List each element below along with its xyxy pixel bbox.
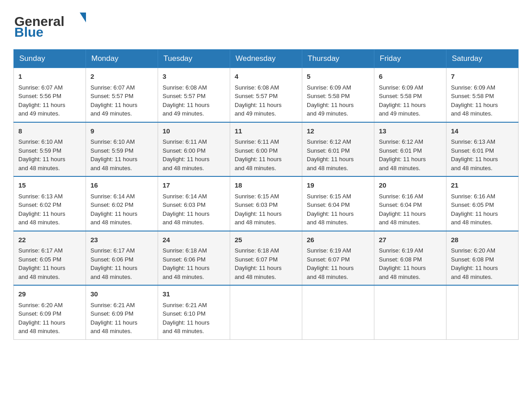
day-number: 22: [18, 235, 81, 245]
day-number: 27: [379, 235, 442, 245]
day-number: 20: [379, 180, 442, 191]
sunrise-info: Sunrise: 6:13 AMSunset: 6:02 PMDaylight:…: [18, 193, 65, 226]
header-tuesday: Tuesday: [158, 50, 230, 68]
day-number: 9: [90, 126, 153, 137]
day-number: 24: [163, 235, 225, 245]
calendar-table: Sunday Monday Tuesday Wednesday Thursday…: [13, 49, 519, 340]
header-thursday: Thursday: [302, 50, 374, 68]
calendar-week-3: 15 Sunrise: 6:13 AMSunset: 6:02 PMDaylig…: [14, 176, 519, 231]
sunrise-info: Sunrise: 6:19 AMSunset: 6:08 PMDaylight:…: [379, 247, 426, 280]
day-number: 25: [235, 235, 297, 245]
day-number: 18: [235, 180, 297, 191]
sunrise-info: Sunrise: 6:08 AMSunset: 5:57 PMDaylight:…: [163, 84, 210, 117]
day-number: 2: [90, 72, 153, 82]
calendar-day-cell: [230, 285, 302, 339]
sunrise-info: Sunrise: 6:15 AMSunset: 6:04 PMDaylight:…: [307, 193, 354, 226]
calendar-day-cell: 25 Sunrise: 6:18 AMSunset: 6:07 PMDaylig…: [230, 231, 302, 286]
day-number: 1: [18, 72, 81, 82]
sunrise-info: Sunrise: 6:09 AMSunset: 5:58 PMDaylight:…: [451, 84, 498, 117]
calendar-day-cell: 23 Sunrise: 6:17 AMSunset: 6:06 PMDaylig…: [86, 231, 158, 286]
sunrise-info: Sunrise: 6:10 AMSunset: 5:59 PMDaylight:…: [90, 138, 137, 171]
sunrise-info: Sunrise: 6:10 AMSunset: 5:59 PMDaylight:…: [18, 138, 65, 171]
calendar-week-4: 22 Sunrise: 6:17 AMSunset: 6:05 PMDaylig…: [14, 231, 519, 286]
day-number: 26: [307, 235, 369, 245]
calendar-day-cell: [302, 285, 374, 339]
sunrise-info: Sunrise: 6:21 AMSunset: 6:10 PMDaylight:…: [163, 302, 210, 335]
calendar-day-cell: 11 Sunrise: 6:11 AMSunset: 6:00 PMDaylig…: [230, 122, 302, 177]
calendar-day-cell: 21 Sunrise: 6:16 AMSunset: 6:05 PMDaylig…: [446, 176, 519, 231]
calendar-day-cell: [374, 285, 446, 339]
header-wednesday: Wednesday: [230, 50, 302, 68]
calendar-day-cell: 27 Sunrise: 6:19 AMSunset: 6:08 PMDaylig…: [374, 231, 446, 286]
calendar-day-cell: 1 Sunrise: 6:07 AMSunset: 5:56 PMDayligh…: [14, 68, 86, 122]
sunrise-info: Sunrise: 6:09 AMSunset: 5:58 PMDaylight:…: [379, 84, 426, 117]
day-number: 31: [163, 289, 225, 300]
calendar-day-cell: 8 Sunrise: 6:10 AMSunset: 5:59 PMDayligh…: [14, 122, 86, 177]
calendar-day-cell: 19 Sunrise: 6:15 AMSunset: 6:04 PMDaylig…: [302, 176, 374, 231]
sunrise-info: Sunrise: 6:16 AMSunset: 6:04 PMDaylight:…: [379, 193, 426, 226]
sunrise-info: Sunrise: 6:11 AMSunset: 6:00 PMDaylight:…: [235, 138, 282, 171]
day-number: 15: [18, 180, 81, 191]
day-number: 23: [90, 235, 153, 245]
day-number: 8: [18, 126, 81, 137]
calendar-day-cell: 6 Sunrise: 6:09 AMSunset: 5:58 PMDayligh…: [374, 68, 446, 122]
calendar-day-cell: 5 Sunrise: 6:09 AMSunset: 5:58 PMDayligh…: [302, 68, 374, 122]
day-number: 14: [451, 126, 514, 137]
sunrise-info: Sunrise: 6:13 AMSunset: 6:01 PMDaylight:…: [451, 138, 498, 171]
day-number: 30: [90, 289, 153, 300]
calendar-week-2: 8 Sunrise: 6:10 AMSunset: 5:59 PMDayligh…: [14, 122, 519, 177]
day-number: 28: [451, 235, 514, 245]
calendar-day-cell: 16 Sunrise: 6:14 AMSunset: 6:02 PMDaylig…: [86, 176, 158, 231]
calendar-week-5: 29 Sunrise: 6:20 AMSunset: 6:09 PMDaylig…: [14, 285, 519, 339]
sunrise-info: Sunrise: 6:12 AMSunset: 6:01 PMDaylight:…: [379, 138, 426, 171]
calendar-day-cell: 14 Sunrise: 6:13 AMSunset: 6:01 PMDaylig…: [446, 122, 519, 177]
calendar-day-cell: 26 Sunrise: 6:19 AMSunset: 6:07 PMDaylig…: [302, 231, 374, 286]
calendar-day-cell: 9 Sunrise: 6:10 AMSunset: 5:59 PMDayligh…: [86, 122, 158, 177]
calendar-day-cell: 13 Sunrise: 6:12 AMSunset: 6:01 PMDaylig…: [374, 122, 446, 177]
calendar-day-cell: 30 Sunrise: 6:21 AMSunset: 6:09 PMDaylig…: [86, 285, 158, 339]
weekday-header-row: Sunday Monday Tuesday Wednesday Thursday…: [14, 50, 519, 68]
calendar-day-cell: 29 Sunrise: 6:20 AMSunset: 6:09 PMDaylig…: [14, 285, 86, 339]
calendar-day-cell: 17 Sunrise: 6:14 AMSunset: 6:03 PMDaylig…: [158, 176, 230, 231]
header-friday: Friday: [374, 50, 446, 68]
day-number: 6: [379, 72, 442, 82]
day-number: 19: [307, 180, 369, 191]
sunrise-info: Sunrise: 6:19 AMSunset: 6:07 PMDaylight:…: [307, 247, 354, 280]
day-number: 21: [451, 180, 514, 191]
day-number: 17: [163, 180, 225, 191]
sunrise-info: Sunrise: 6:07 AMSunset: 5:56 PMDaylight:…: [18, 84, 65, 117]
day-number: 3: [163, 72, 225, 82]
logo: General Blue: [13, 9, 94, 40]
logo-svg: General Blue: [13, 9, 94, 40]
calendar-day-cell: 18 Sunrise: 6:15 AMSunset: 6:03 PMDaylig…: [230, 176, 302, 231]
day-number: 13: [379, 126, 442, 137]
sunrise-info: Sunrise: 6:14 AMSunset: 6:03 PMDaylight:…: [163, 193, 210, 226]
calendar-week-1: 1 Sunrise: 6:07 AMSunset: 5:56 PMDayligh…: [14, 68, 519, 122]
svg-text:Blue: Blue: [14, 25, 43, 39]
calendar-day-cell: 7 Sunrise: 6:09 AMSunset: 5:58 PMDayligh…: [446, 68, 519, 122]
sunrise-info: Sunrise: 6:08 AMSunset: 5:57 PMDaylight:…: [235, 84, 282, 117]
sunrise-info: Sunrise: 6:16 AMSunset: 6:05 PMDaylight:…: [451, 193, 498, 226]
sunrise-info: Sunrise: 6:21 AMSunset: 6:09 PMDaylight:…: [90, 302, 137, 335]
sunrise-info: Sunrise: 6:17 AMSunset: 6:06 PMDaylight:…: [90, 247, 137, 280]
sunrise-info: Sunrise: 6:18 AMSunset: 6:07 PMDaylight:…: [235, 247, 282, 280]
sunrise-info: Sunrise: 6:20 AMSunset: 6:08 PMDaylight:…: [451, 247, 498, 280]
svg-marker-1: [80, 13, 86, 22]
sunrise-info: Sunrise: 6:14 AMSunset: 6:02 PMDaylight:…: [90, 193, 137, 226]
calendar-day-cell: 15 Sunrise: 6:13 AMSunset: 6:02 PMDaylig…: [14, 176, 86, 231]
sunrise-info: Sunrise: 6:11 AMSunset: 6:00 PMDaylight:…: [163, 138, 210, 171]
sunrise-info: Sunrise: 6:09 AMSunset: 5:58 PMDaylight:…: [307, 84, 354, 117]
calendar-day-cell: 2 Sunrise: 6:07 AMSunset: 5:57 PMDayligh…: [86, 68, 158, 122]
calendar-day-cell: 22 Sunrise: 6:17 AMSunset: 6:05 PMDaylig…: [14, 231, 86, 286]
day-number: 16: [90, 180, 153, 191]
day-number: 10: [163, 126, 225, 137]
day-number: 29: [18, 289, 81, 300]
sunrise-info: Sunrise: 6:12 AMSunset: 6:01 PMDaylight:…: [307, 138, 354, 171]
header-sunday: Sunday: [14, 50, 86, 68]
calendar-day-cell: 4 Sunrise: 6:08 AMSunset: 5:57 PMDayligh…: [230, 68, 302, 122]
day-number: 11: [235, 126, 297, 137]
sunrise-info: Sunrise: 6:20 AMSunset: 6:09 PMDaylight:…: [18, 302, 65, 335]
calendar-day-cell: 12 Sunrise: 6:12 AMSunset: 6:01 PMDaylig…: [302, 122, 374, 177]
day-number: 5: [307, 72, 369, 82]
page-header: General Blue: [13, 9, 519, 40]
